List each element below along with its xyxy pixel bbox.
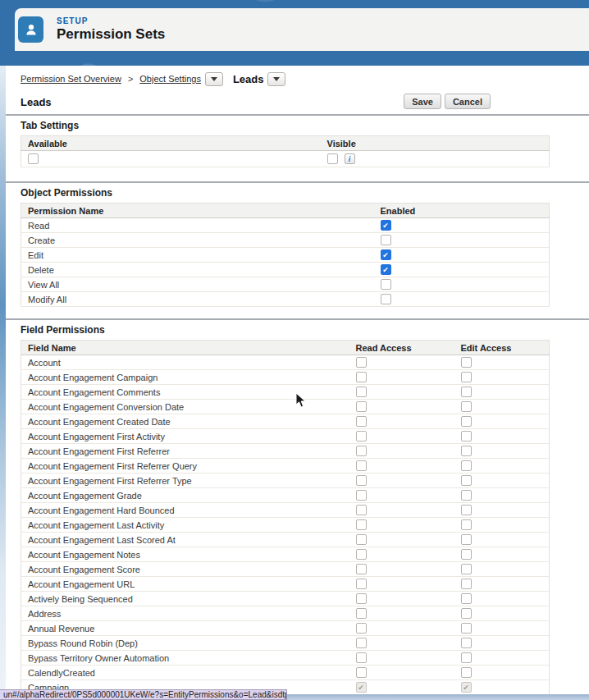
column-header-enabled: Enabled — [374, 204, 550, 218]
read-access-checkbox[interactable] — [356, 401, 367, 412]
section-divider — [6, 114, 589, 116]
field-name-cell: Account Engagement Grade — [21, 488, 349, 503]
permission-name-cell: Edit — [21, 248, 374, 263]
permission-name-cell: Modify All — [21, 292, 374, 307]
read-access-checkbox[interactable] — [356, 490, 367, 501]
field-name-cell: Account Engagement Campaign — [21, 370, 349, 385]
field-permission-row: Bypass Round Robin (Dep) — [21, 636, 550, 651]
breadcrumb-separator: > — [128, 74, 133, 84]
read-access-checkbox[interactable] — [356, 593, 367, 604]
edit-access-checkbox[interactable] — [461, 475, 472, 486]
field-permission-row: Account Engagement Last Scored At — [21, 533, 550, 547]
info-icon[interactable]: i — [345, 153, 355, 164]
field-permission-row: Account Engagement Grade — [21, 488, 550, 503]
edit-access-checkbox[interactable] — [461, 357, 472, 368]
edit-access-checkbox[interactable] — [461, 667, 472, 678]
edit-access-checkbox[interactable] — [461, 564, 472, 574]
save-button[interactable]: Save — [404, 94, 441, 109]
read-access-checkbox[interactable] — [356, 638, 367, 648]
edit-access-checkbox[interactable] — [461, 638, 472, 648]
breadcrumb-link-object-settings[interactable]: Object Settings — [139, 74, 201, 84]
read-access-checkbox[interactable] — [356, 579, 367, 589]
field-permission-row: Account Engagement First Referrer Type — [21, 474, 550, 488]
breadcrumb-link-permission-set-overview[interactable]: Permission Set Overview — [21, 74, 121, 84]
field-permissions-heading: Field Permissions — [21, 323, 550, 337]
permission-name-cell: Delete — [21, 263, 374, 277]
field-permission-row: Account Engagement Notes — [21, 547, 550, 562]
field-permissions-table: Field Name Read Access Edit Access Accou… — [21, 340, 550, 700]
read-access-checkbox[interactable] — [356, 357, 367, 368]
column-header-read-access: Read Access — [349, 341, 454, 355]
read-access-checkbox[interactable] — [356, 549, 367, 560]
read-access-checkbox[interactable] — [356, 446, 367, 456]
field-name-cell: Account Engagement Last Activity — [21, 518, 349, 533]
edit-access-checkbox[interactable] — [461, 593, 472, 604]
field-name-cell: Annual Revenue — [21, 621, 349, 636]
edit-access-checkbox[interactable] — [461, 623, 472, 634]
edit-access-checkbox[interactable] — [461, 460, 472, 471]
field-name-cell: Account Engagement First Activity — [21, 429, 349, 444]
read-access-checkbox[interactable] — [356, 460, 367, 471]
visible-checkbox[interactable] — [327, 153, 338, 164]
field-name-cell: Account Engagement Created Date — [21, 414, 349, 429]
read-access-checkbox[interactable] — [356, 652, 367, 663]
read-access-checkbox[interactable] — [356, 431, 367, 442]
section-divider — [6, 318, 589, 320]
edit-access-checkbox[interactable] — [461, 519, 472, 530]
column-header-visible: Visible — [321, 136, 550, 151]
read-access-checkbox[interactable] — [356, 534, 367, 545]
read-access-checkbox[interactable] — [356, 564, 367, 574]
edit-access-checkbox[interactable] — [461, 387, 472, 397]
permission-name-cell: Create — [21, 233, 374, 248]
edit-access-checkbox[interactable] — [461, 401, 472, 412]
field-permission-row: Annual Revenue — [21, 621, 550, 636]
edit-access-checkbox[interactable] — [461, 416, 472, 427]
read-access-checkbox[interactable] — [356, 505, 367, 515]
leads-dropdown-button[interactable] — [267, 72, 285, 86]
edit-access-checkbox[interactable] — [461, 505, 472, 515]
field-name-cell: Account — [21, 355, 349, 370]
edit-access-checkbox[interactable] — [461, 579, 472, 589]
setup-header-card: SETUP Permission Sets — [15, 8, 589, 51]
enabled-checkbox[interactable] — [381, 279, 391, 290]
enabled-checkbox[interactable] — [381, 220, 391, 231]
field-permission-row: Account Engagement Score — [21, 562, 550, 577]
read-access-checkbox[interactable] — [356, 623, 367, 634]
cancel-button[interactable]: Cancel — [445, 94, 491, 109]
read-access-checkbox[interactable] — [356, 519, 367, 530]
tab-settings-row: i — [21, 151, 550, 167]
edit-access-checkbox[interactable] — [461, 372, 472, 382]
edit-access-checkbox[interactable] — [461, 549, 472, 560]
read-access-checkbox[interactable] — [356, 667, 367, 678]
read-access-checkbox[interactable] — [356, 372, 367, 382]
enabled-checkbox[interactable] — [381, 235, 391, 245]
enabled-checkbox[interactable] — [381, 264, 391, 275]
enabled-checkbox[interactable] — [381, 249, 391, 260]
field-name-cell: Account Engagement Hard Bounced — [21, 503, 349, 518]
available-checkbox[interactable] — [28, 153, 39, 164]
field-permission-row: CalendlyCreated — [21, 666, 550, 680]
setup-eyebrow: SETUP — [57, 16, 165, 26]
field-name-cell: Bypass Round Robin (Dep) — [21, 636, 349, 651]
object-permissions-table: Permission Name Enabled ReadCreateEditDe… — [21, 203, 550, 307]
tab-settings-table: Available Visible i — [21, 135, 550, 167]
enabled-checkbox[interactable] — [381, 294, 391, 304]
edit-access-checkbox[interactable] — [461, 446, 472, 456]
edit-access-checkbox[interactable] — [461, 652, 472, 663]
read-access-checkbox[interactable] — [356, 475, 367, 486]
column-header-edit-access: Edit Access — [454, 341, 550, 355]
read-access-checkbox[interactable] — [356, 416, 367, 427]
edit-access-checkbox[interactable] — [461, 490, 472, 501]
read-access-checkbox[interactable] — [356, 608, 367, 619]
breadcrumb: Permission Set Overview > Object Setting… — [21, 71, 550, 87]
field-permission-row: Account Engagement First Referrer — [21, 444, 550, 459]
read-access-checkbox[interactable] — [356, 387, 367, 397]
field-name-cell: CalendlyCreated — [21, 666, 349, 680]
edit-access-checkbox[interactable] — [461, 608, 472, 619]
breadcrumb-current-object: Leads — [233, 73, 264, 85]
object-permission-row: Create — [21, 233, 550, 248]
edit-access-checkbox[interactable] — [461, 431, 472, 442]
edit-access-checkbox[interactable] — [461, 534, 472, 545]
object-settings-dropdown-button[interactable] — [205, 72, 223, 86]
field-permission-row: Account Engagement Hard Bounced — [21, 503, 550, 518]
